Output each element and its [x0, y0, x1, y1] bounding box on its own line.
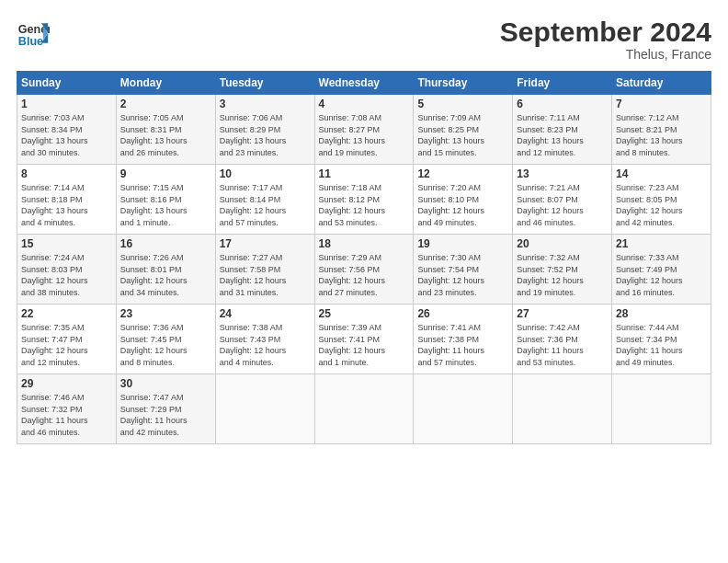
day-number: 12	[417, 167, 508, 180]
logo-icon: General Blue	[17, 17, 50, 50]
table-row: 13Sunrise: 7:21 AM Sunset: 8:07 PM Dayli…	[513, 165, 612, 235]
table-row: 29Sunrise: 7:46 AM Sunset: 7:32 PM Dayli…	[17, 374, 117, 444]
day-info: Sunrise: 7:44 AM Sunset: 7:34 PM Dayligh…	[616, 322, 707, 368]
day-number: 17	[220, 237, 311, 250]
day-info: Sunrise: 7:33 AM Sunset: 7:49 PM Dayligh…	[616, 252, 707, 298]
calendar-week-row: 22Sunrise: 7:35 AM Sunset: 7:47 PM Dayli…	[17, 304, 711, 374]
day-info: Sunrise: 7:08 AM Sunset: 8:27 PM Dayligh…	[319, 112, 410, 158]
day-number: 4	[319, 98, 410, 110]
table-row: 27Sunrise: 7:42 AM Sunset: 7:36 PM Dayli…	[513, 304, 612, 374]
day-number: 16	[120, 237, 211, 250]
day-info: Sunrise: 7:11 AM Sunset: 8:23 PM Dayligh…	[517, 112, 608, 158]
day-number: 25	[319, 307, 410, 320]
table-row: 20Sunrise: 7:32 AM Sunset: 7:52 PM Dayli…	[513, 235, 612, 304]
table-row: 7Sunrise: 7:12 AM Sunset: 8:21 PM Daylig…	[612, 95, 711, 165]
table-row: 6Sunrise: 7:11 AM Sunset: 8:23 PM Daylig…	[513, 95, 612, 165]
table-row: 26Sunrise: 7:41 AM Sunset: 7:38 PM Dayli…	[414, 304, 513, 374]
day-number: 7	[616, 98, 707, 110]
table-row	[314, 374, 414, 444]
day-info: Sunrise: 7:46 AM Sunset: 7:32 PM Dayligh…	[21, 392, 112, 438]
day-info: Sunrise: 7:29 AM Sunset: 7:56 PM Dayligh…	[319, 252, 410, 298]
table-row: 30Sunrise: 7:47 AM Sunset: 7:29 PM Dayli…	[116, 374, 215, 444]
table-row: 25Sunrise: 7:39 AM Sunset: 7:41 PM Dayli…	[314, 304, 414, 374]
day-info: Sunrise: 7:24 AM Sunset: 8:03 PM Dayligh…	[21, 252, 112, 298]
day-number: 21	[616, 237, 707, 250]
day-info: Sunrise: 7:35 AM Sunset: 7:47 PM Dayligh…	[21, 322, 112, 368]
table-row: 19Sunrise: 7:30 AM Sunset: 7:54 PM Dayli…	[414, 235, 513, 304]
day-number: 30	[120, 377, 211, 390]
table-row: 14Sunrise: 7:23 AM Sunset: 8:05 PM Dayli…	[612, 165, 711, 235]
day-info: Sunrise: 7:38 AM Sunset: 7:43 PM Dayligh…	[220, 322, 311, 368]
day-info: Sunrise: 7:23 AM Sunset: 8:05 PM Dayligh…	[616, 182, 707, 228]
calendar-table: Sunday Monday Tuesday Wednesday Thursday…	[17, 71, 711, 444]
col-monday: Monday	[116, 72, 215, 95]
calendar-week-row: 15Sunrise: 7:24 AM Sunset: 8:03 PM Dayli…	[17, 235, 711, 304]
table-row: 2Sunrise: 7:05 AM Sunset: 8:31 PM Daylig…	[116, 95, 215, 165]
title-section: September 2024 Thelus, France	[500, 17, 711, 62]
table-row: 1Sunrise: 7:03 AM Sunset: 8:34 PM Daylig…	[17, 95, 117, 165]
table-row: 24Sunrise: 7:38 AM Sunset: 7:43 PM Dayli…	[215, 304, 314, 374]
month-title: September 2024	[500, 17, 711, 47]
day-number: 22	[21, 307, 112, 320]
day-info: Sunrise: 7:39 AM Sunset: 7:41 PM Dayligh…	[319, 322, 410, 368]
day-number: 1	[21, 98, 112, 110]
day-info: Sunrise: 7:47 AM Sunset: 7:29 PM Dayligh…	[120, 392, 211, 438]
day-info: Sunrise: 7:06 AM Sunset: 8:29 PM Dayligh…	[220, 112, 311, 158]
table-row	[215, 374, 314, 444]
day-number: 29	[21, 377, 112, 390]
col-friday: Friday	[513, 72, 612, 95]
table-row: 5Sunrise: 7:09 AM Sunset: 8:25 PM Daylig…	[414, 95, 513, 165]
day-number: 13	[517, 167, 608, 180]
day-number: 27	[517, 307, 608, 320]
day-info: Sunrise: 7:30 AM Sunset: 7:54 PM Dayligh…	[417, 252, 508, 298]
day-info: Sunrise: 7:12 AM Sunset: 8:21 PM Dayligh…	[616, 112, 707, 158]
table-row: 23Sunrise: 7:36 AM Sunset: 7:45 PM Dayli…	[116, 304, 215, 374]
day-info: Sunrise: 7:15 AM Sunset: 8:16 PM Dayligh…	[120, 182, 211, 228]
day-info: Sunrise: 7:17 AM Sunset: 8:14 PM Dayligh…	[220, 182, 311, 228]
day-info: Sunrise: 7:03 AM Sunset: 8:34 PM Dayligh…	[21, 112, 112, 158]
location: Thelus, France	[500, 47, 711, 62]
day-number: 9	[120, 167, 211, 180]
day-number: 10	[220, 167, 311, 180]
logo: General Blue	[17, 17, 50, 50]
page-header: General Blue September 2024 Thelus, Fran…	[17, 17, 711, 62]
day-number: 20	[517, 237, 608, 250]
day-info: Sunrise: 7:41 AM Sunset: 7:38 PM Dayligh…	[417, 322, 508, 368]
calendar-header-row: Sunday Monday Tuesday Wednesday Thursday…	[17, 72, 711, 95]
svg-text:Blue: Blue	[18, 35, 43, 48]
day-number: 26	[417, 307, 508, 320]
day-number: 23	[120, 307, 211, 320]
day-number: 28	[616, 307, 707, 320]
day-info: Sunrise: 7:27 AM Sunset: 7:58 PM Dayligh…	[220, 252, 311, 298]
day-number: 6	[517, 98, 608, 110]
table-row: 9Sunrise: 7:15 AM Sunset: 8:16 PM Daylig…	[116, 165, 215, 235]
col-tuesday: Tuesday	[215, 72, 314, 95]
table-row: 18Sunrise: 7:29 AM Sunset: 7:56 PM Dayli…	[314, 235, 414, 304]
col-wednesday: Wednesday	[314, 72, 414, 95]
day-number: 15	[21, 237, 112, 250]
table-row: 17Sunrise: 7:27 AM Sunset: 7:58 PM Dayli…	[215, 235, 314, 304]
day-number: 5	[417, 98, 508, 110]
day-number: 11	[319, 167, 410, 180]
calendar-week-row: 8Sunrise: 7:14 AM Sunset: 8:18 PM Daylig…	[17, 165, 711, 235]
col-saturday: Saturday	[612, 72, 711, 95]
day-info: Sunrise: 7:05 AM Sunset: 8:31 PM Dayligh…	[120, 112, 211, 158]
day-info: Sunrise: 7:21 AM Sunset: 8:07 PM Dayligh…	[517, 182, 608, 228]
day-info: Sunrise: 7:20 AM Sunset: 8:10 PM Dayligh…	[417, 182, 508, 228]
day-info: Sunrise: 7:14 AM Sunset: 8:18 PM Dayligh…	[21, 182, 112, 228]
day-number: 3	[220, 98, 311, 110]
day-number: 24	[220, 307, 311, 320]
calendar-body: 1Sunrise: 7:03 AM Sunset: 8:34 PM Daylig…	[17, 95, 711, 444]
calendar-week-row: 29Sunrise: 7:46 AM Sunset: 7:32 PM Dayli…	[17, 374, 711, 444]
day-number: 19	[417, 237, 508, 250]
day-info: Sunrise: 7:42 AM Sunset: 7:36 PM Dayligh…	[517, 322, 608, 368]
table-row: 4Sunrise: 7:08 AM Sunset: 8:27 PM Daylig…	[314, 95, 414, 165]
col-thursday: Thursday	[414, 72, 513, 95]
day-number: 2	[120, 98, 211, 110]
table-row	[612, 374, 711, 444]
table-row: 28Sunrise: 7:44 AM Sunset: 7:34 PM Dayli…	[612, 304, 711, 374]
table-row: 10Sunrise: 7:17 AM Sunset: 8:14 PM Dayli…	[215, 165, 314, 235]
day-number: 14	[616, 167, 707, 180]
day-info: Sunrise: 7:09 AM Sunset: 8:25 PM Dayligh…	[417, 112, 508, 158]
day-info: Sunrise: 7:32 AM Sunset: 7:52 PM Dayligh…	[517, 252, 608, 298]
